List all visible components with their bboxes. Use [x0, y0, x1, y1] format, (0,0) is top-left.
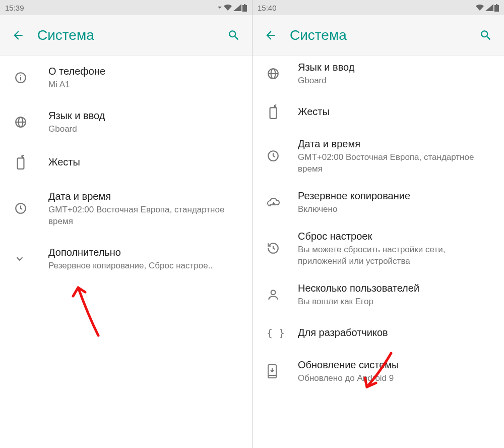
svg-rect-8: [18, 158, 24, 169]
item-title: Дата и время: [298, 137, 494, 151]
phone-left: 15:39 Система О телефоне Mi A1: [0, 0, 252, 448]
status-time: 15:40: [258, 4, 277, 12]
item-reset[interactable]: Сброс настроек Вы можете сбросить настро…: [253, 222, 504, 274]
item-advanced[interactable]: Дополнительно Резервное копирование, Сбр…: [0, 237, 252, 281]
phone-right: 15:40 Система Язык и ввод Gboard: [252, 0, 504, 448]
gestures-icon: [267, 104, 291, 120]
svg-rect-15: [270, 107, 277, 118]
item-title: Язык и ввод: [48, 109, 242, 123]
item-subtitle: Резервное копирование, Сброс настрое..: [48, 260, 242, 272]
wifi-icon: [475, 4, 484, 11]
item-title: О телефоне: [48, 65, 242, 78]
svg-rect-0: [242, 5, 247, 12]
system-update-icon: [267, 364, 291, 379]
item-date-time[interactable]: Дата и время GMT+02:00 Восточная Европа,…: [253, 130, 504, 182]
item-gestures[interactable]: Жесты: [0, 144, 252, 181]
item-subtitle: Gboard: [48, 124, 242, 135]
item-multiple-users[interactable]: Несколько пользователей Вы вошли как Его…: [253, 274, 504, 315]
item-developer-options[interactable]: { } Для разработчиков: [253, 315, 504, 351]
restore-icon: [267, 242, 291, 255]
gestures-icon: [14, 155, 38, 170]
svg-point-17: [271, 290, 276, 295]
back-arrow-icon: [12, 29, 25, 42]
clock-icon: [267, 149, 291, 162]
item-language-input[interactable]: Язык и ввод Gboard: [253, 55, 504, 94]
battery-icon: [242, 4, 247, 12]
wifi-icon: [223, 4, 232, 11]
settings-list: Язык и ввод Gboard Жесты Дата и время GM…: [253, 55, 504, 448]
item-title: Для разработчиков: [298, 326, 494, 340]
item-title: Жесты: [298, 105, 494, 119]
caret-down-icon: [217, 5, 222, 10]
item-gestures[interactable]: Жесты: [253, 94, 504, 130]
item-subtitle: GMT+02:00 Восточная Европа, стандартное …: [298, 152, 494, 175]
svg-rect-11: [496, 4, 497, 5]
item-title: Сброс настроек: [298, 230, 494, 243]
signal-icon: [485, 4, 493, 11]
item-title: Несколько пользователей: [298, 282, 494, 295]
braces-icon: { }: [267, 327, 291, 339]
item-title: Резервное копирование: [298, 189, 494, 203]
status-icons: [217, 4, 247, 12]
item-title: Дополнительно: [48, 246, 242, 259]
app-bar: Система: [0, 15, 252, 55]
search-button[interactable]: [476, 25, 496, 45]
item-subtitle: Обновлено до Android 9: [298, 373, 494, 384]
item-backup[interactable]: Резервное копирование Включено: [253, 182, 504, 222]
item-system-update[interactable]: Обновление системы Обновлено до Android …: [253, 351, 504, 391]
clock-icon: [14, 202, 38, 215]
item-subtitle: Вы можете сбросить настройки сети, прило…: [298, 244, 494, 267]
status-icons: [475, 4, 499, 12]
status-bar: 15:40: [253, 0, 504, 15]
svg-rect-10: [494, 5, 499, 12]
globe-icon: [14, 116, 38, 129]
item-about-phone[interactable]: О телефоне Mi A1: [0, 55, 252, 100]
page-title: Система: [37, 27, 224, 43]
search-icon: [479, 29, 492, 42]
item-title: Жесты: [48, 155, 242, 169]
item-subtitle: Включено: [298, 204, 494, 215]
person-icon: [267, 288, 291, 301]
svg-point-4: [20, 75, 21, 76]
back-button[interactable]: [261, 25, 281, 45]
search-icon: [227, 29, 240, 42]
status-time: 15:39: [5, 4, 24, 12]
item-language-input[interactable]: Язык и ввод Gboard: [0, 100, 252, 144]
battery-icon: [494, 4, 499, 12]
item-title: Дата и время: [48, 190, 242, 203]
status-bar: 15:39: [0, 0, 252, 15]
globe-icon: [267, 67, 291, 80]
search-button[interactable]: [224, 25, 244, 45]
item-subtitle: Mi A1: [48, 79, 242, 91]
back-button[interactable]: [8, 25, 28, 45]
item-subtitle: Gboard: [298, 75, 494, 87]
item-title: Язык и ввод: [298, 61, 494, 74]
page-title: Система: [290, 27, 476, 43]
app-bar: Система: [253, 15, 504, 55]
svg-rect-1: [244, 4, 245, 5]
chevron-down-icon: [14, 253, 38, 264]
settings-list: О телефоне Mi A1 Язык и ввод Gboard Жест…: [0, 55, 252, 448]
item-title: Обновление системы: [298, 358, 494, 372]
signal-icon: [233, 4, 241, 11]
item-subtitle: Вы вошли как Егор: [298, 296, 494, 308]
cloud-download-icon: [267, 197, 291, 208]
item-date-time[interactable]: Дата и время GMT+02:00 Восточная Европа,…: [0, 181, 252, 237]
item-subtitle: GMT+02:00 Восточная Европа, стандартное …: [48, 204, 242, 228]
back-arrow-icon: [264, 29, 277, 42]
info-icon: [14, 71, 38, 84]
